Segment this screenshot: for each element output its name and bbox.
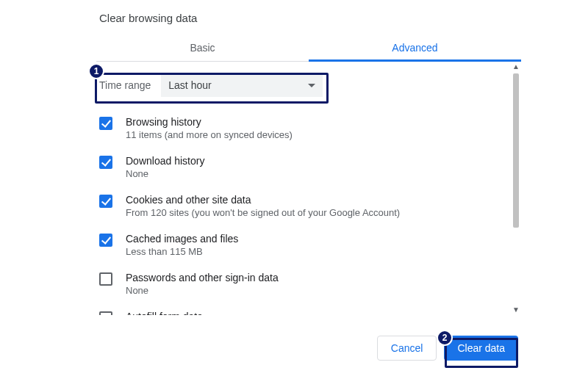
option-row: Cached images and filesLess than 115 MB	[96, 225, 511, 264]
option-title: Cached images and files	[126, 233, 238, 245]
option-checkbox[interactable]	[99, 234, 112, 247]
clear-data-button[interactable]: Clear data	[444, 336, 518, 361]
dialog-footer: Cancel Clear data	[96, 328, 521, 361]
scroll-thumb[interactable]	[513, 73, 519, 228]
option-subtitle: 11 items (and more on synced devices)	[126, 129, 293, 140]
option-subtitle: None	[126, 168, 204, 179]
option-text: Autofill form data	[126, 311, 203, 315]
option-title: Download history	[126, 155, 204, 167]
scroll-up-icon[interactable]: ▲	[511, 62, 521, 72]
option-checkbox[interactable]	[99, 195, 112, 208]
time-range-dropdown[interactable]: Last hour	[161, 73, 323, 97]
cancel-button[interactable]: Cancel	[377, 336, 437, 361]
dialog-body: Time range Last hour Browsing history11 …	[96, 62, 521, 315]
option-checkbox[interactable]	[99, 156, 112, 169]
option-row: Passwords and other sign-in dataNone	[96, 264, 511, 303]
tabs: Basic Advanced	[96, 37, 521, 62]
option-subtitle: Less than 115 MB	[126, 246, 238, 257]
option-text: Download historyNone	[126, 155, 204, 179]
option-text: Cached images and filesLess than 115 MB	[126, 233, 238, 257]
option-title: Cookies and other site data	[126, 194, 400, 206]
scroll-area: Time range Last hour Browsing history11 …	[96, 62, 511, 315]
tab-advanced[interactable]: Advanced	[309, 37, 521, 61]
time-range-row: Time range Last hour	[96, 68, 511, 104]
option-row: Browsing history11 items (and more on sy…	[96, 109, 511, 148]
option-text: Browsing history11 items (and more on sy…	[126, 116, 293, 140]
option-subtitle: None	[126, 285, 279, 296]
option-text: Cookies and other site dataFrom 120 site…	[126, 194, 400, 218]
option-checkbox[interactable]	[99, 272, 112, 286]
option-row: Autofill form data	[96, 303, 511, 315]
option-checkbox[interactable]	[99, 311, 112, 315]
scrollbar[interactable]: ▲ ▼	[511, 62, 521, 315]
tab-basic[interactable]: Basic	[96, 37, 309, 61]
options-list: Browsing history11 items (and more on sy…	[96, 104, 511, 315]
option-subtitle: From 120 sites (you won't be signed out …	[126, 207, 400, 218]
option-title: Passwords and other sign-in data	[126, 272, 279, 283]
time-range-label: Time range	[99, 79, 151, 91]
option-row: Cookies and other site dataFrom 120 site…	[96, 187, 511, 225]
option-checkbox[interactable]	[99, 117, 112, 130]
clear-browsing-data-dialog: Clear browsing data Basic Advanced Time …	[96, 7, 521, 315]
option-text: Passwords and other sign-in dataNone	[126, 272, 279, 296]
time-range-value: Last hour	[168, 79, 211, 91]
scroll-down-icon[interactable]: ▼	[511, 305, 521, 315]
option-row: Download historyNone	[96, 148, 511, 187]
chevron-down-icon	[308, 84, 315, 87]
option-title: Autofill form data	[126, 311, 203, 315]
dialog-title: Clear browsing data	[96, 7, 521, 37]
option-title: Browsing history	[126, 116, 293, 128]
